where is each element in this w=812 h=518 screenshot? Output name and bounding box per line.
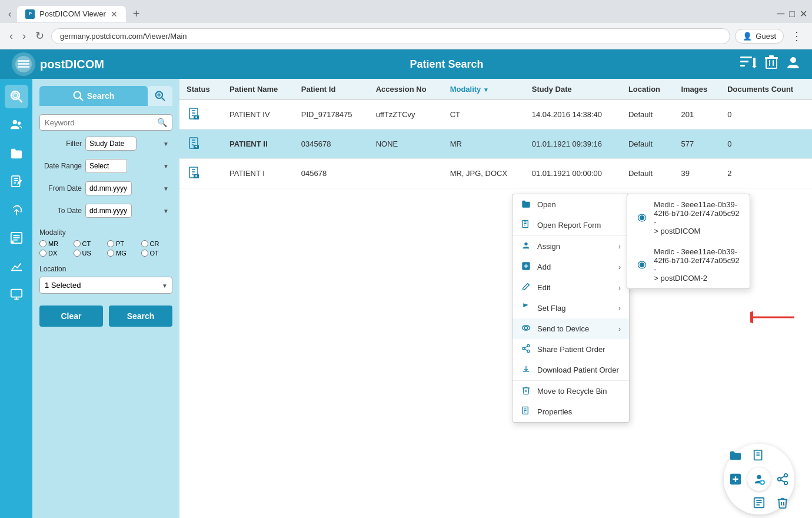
svg-rect-51 (523, 220, 528, 227)
table-row[interactable]: PATIENT IV PID_97178475 uffTzZTCvy CT 14… (179, 100, 812, 130)
context-properties[interactable]: Properties (513, 401, 629, 422)
submenu-item-2[interactable]: Medic - 3eee11ae-0b39-42f6-b710-2ef747a0… (627, 241, 750, 288)
svg-rect-10 (769, 55, 774, 58)
tab-bar: ‹ P PostDICOM Viewer ✕ + ─ □ ✕ (0, 0, 812, 23)
svg-point-69 (640, 263, 644, 267)
sidebar-item-monitor[interactable] (5, 283, 28, 306)
tab-list-btn[interactable]: ‹ (5, 6, 15, 22)
fab-list[interactable] (748, 492, 770, 513)
close-window-btn[interactable]: ✕ (800, 8, 807, 19)
modality-mr-radio[interactable] (39, 240, 46, 247)
reload-btn[interactable]: ↻ (33, 27, 46, 45)
properties-icon (521, 406, 531, 417)
col-patient-id[interactable]: Patient Id (294, 79, 369, 100)
table-row[interactable]: PATIENT I 045678 MR, JPG, DOCX 01.01.192… (179, 159, 812, 188)
clear-btn[interactable]: Clear (39, 306, 103, 327)
context-add[interactable]: Add › (513, 257, 629, 277)
sidebar-item-search[interactable] (5, 85, 28, 108)
maximize-btn[interactable]: □ (789, 9, 795, 19)
tab-close-btn[interactable]: ✕ (111, 9, 118, 19)
context-download[interactable]: Download Patient Order (513, 360, 629, 380)
tab-advanced-search[interactable] (148, 86, 172, 106)
tab-search[interactable]: Search (39, 86, 148, 106)
more-options-btn[interactable]: ⋮ (788, 26, 805, 45)
search-btn[interactable]: Search (109, 306, 172, 327)
app-logo: postDICOM (12, 52, 153, 76)
context-open-report-label: Open Report Form (537, 221, 601, 230)
edit-icon (521, 282, 531, 293)
sidebar-item-folder[interactable] (5, 141, 28, 165)
active-tab[interactable]: P PostDICOM Viewer ✕ (17, 6, 125, 22)
table-row[interactable]: PATIENT II 0345678 NONE MR 01.01.1921 09… (179, 130, 812, 159)
context-edit[interactable]: Edit › (513, 277, 629, 298)
col-docs-count[interactable]: Documents Count (720, 79, 812, 100)
address-input[interactable] (51, 28, 730, 44)
context-send-device[interactable]: Send to Device › (513, 318, 629, 339)
col-study-date[interactable]: Study Date (525, 79, 621, 100)
col-patient-name[interactable]: Patient Name (222, 79, 294, 100)
modality-ot-radio[interactable] (141, 250, 148, 257)
col-images[interactable]: Images (674, 79, 720, 100)
sidebar-item-notes[interactable] (5, 170, 28, 193)
date-range-select-wrapper: Select Today This Week (85, 159, 172, 173)
sidebar-item-analytics[interactable] (5, 254, 28, 278)
modality-ct: CT (74, 240, 105, 247)
back-btn[interactable]: ‹ (7, 28, 15, 45)
new-tab-btn[interactable]: + (128, 5, 145, 23)
svg-rect-2 (18, 63, 29, 65)
download-icon (521, 364, 531, 376)
context-open[interactable]: Open (513, 194, 629, 215)
context-recycle[interactable]: Move to Recycle Bin (513, 381, 629, 401)
context-set-flag[interactable]: Set Flag › (513, 298, 629, 318)
fab-delete[interactable] (772, 492, 793, 513)
fab-report[interactable] (748, 445, 770, 466)
fab-center-user[interactable] (747, 467, 771, 491)
col-accession[interactable]: Accession No (369, 79, 443, 100)
date-range-select[interactable]: Select Today This Week (85, 159, 127, 173)
modality-section: Modality MR CT PT CR DX US MG OT (39, 228, 172, 257)
col-location[interactable]: Location (621, 79, 674, 100)
fab-folder[interactable] (725, 445, 746, 466)
svg-point-68 (640, 215, 644, 220)
keyword-search-icon[interactable]: 🔍 (157, 118, 167, 127)
fab-add-study[interactable] (725, 469, 746, 490)
sidebar-item-upload[interactable] (5, 198, 28, 221)
modality-pt-radio[interactable] (107, 240, 114, 247)
context-open-report[interactable]: Open Report Form (513, 215, 629, 235)
svg-line-16 (18, 98, 22, 102)
forward-btn[interactable]: › (20, 28, 28, 45)
sidebar-item-users[interactable] (5, 113, 28, 137)
context-assign-label: Assign (537, 242, 560, 251)
from-date-row: From Date dd.mm.yyyy (39, 181, 172, 195)
to-date-wrapper: dd.mm.yyyy (85, 204, 172, 218)
modality-cr: CR (141, 240, 173, 247)
minimize-btn[interactable]: ─ (777, 8, 785, 20)
submenu-item-1[interactable]: Medic - 3eee11ae-0b39-42f6-b710-2ef747a0… (627, 194, 750, 241)
context-assign[interactable]: Assign › (513, 236, 629, 257)
modality-cr-radio[interactable] (141, 240, 148, 247)
modality-us-radio[interactable] (74, 250, 81, 257)
to-date-select[interactable]: dd.mm.yyyy (85, 204, 132, 218)
assign-icon (521, 241, 531, 252)
profile-btn[interactable]: 👤 Guest (735, 29, 784, 44)
context-share[interactable]: Share Patient Order (513, 339, 629, 360)
app-header: postDICOM Patient Search (0, 49, 812, 79)
svg-rect-30 (11, 290, 21, 297)
context-download-label: Download Patient Order (537, 366, 619, 374)
keyword-input[interactable] (45, 118, 154, 127)
fab-share[interactable] (772, 469, 793, 490)
modality-mr: MR (39, 240, 71, 247)
modality-mg-radio[interactable] (107, 250, 114, 257)
location-select[interactable]: 1 Selected Default (39, 277, 172, 294)
filter-select[interactable]: Study Date Patient Name (85, 137, 137, 151)
sort-btn[interactable] (740, 55, 757, 73)
sidebar-item-list[interactable] (5, 226, 28, 250)
col-modality[interactable]: Modality ▼ (443, 79, 525, 100)
modality-dx-radio[interactable] (39, 250, 46, 257)
from-date-select[interactable]: dd.mm.yyyy (85, 181, 132, 195)
recycle-icon (521, 386, 531, 397)
modality-ct-radio[interactable] (74, 240, 81, 247)
modality-grid: MR CT PT CR DX US MG OT (39, 240, 172, 257)
trash-btn[interactable] (765, 55, 778, 73)
user-btn[interactable] (786, 55, 800, 73)
